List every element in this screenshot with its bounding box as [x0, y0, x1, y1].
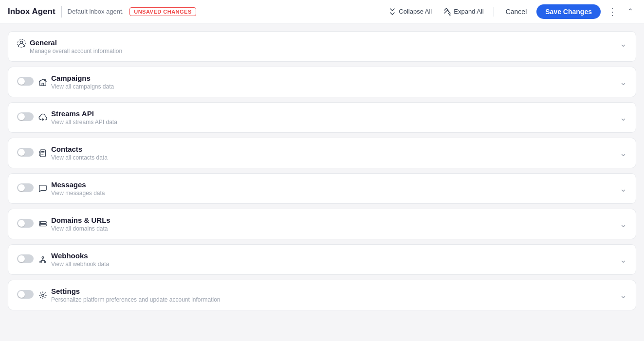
section-campaigns-header[interactable]: Campaigns View all campaigns data ⌄: [8, 67, 636, 97]
contacts-section-title: Contacts: [51, 145, 616, 153]
section-general-header[interactable]: General Manage overall account informati…: [8, 32, 636, 61]
general-section-subtitle: Manage overall account information: [30, 48, 616, 54]
section-streams-api-header[interactable]: Streams API View all streams API data ⌄: [8, 103, 636, 132]
campaigns-section-title: Campaigns: [51, 74, 616, 82]
contacts-toggle[interactable]: [17, 148, 34, 159]
domains-urls-section-subtitle: View all domains data: [51, 225, 616, 232]
settings-toggle[interactable]: [17, 290, 34, 301]
section-general: General Manage overall account informati…: [8, 31, 636, 62]
save-button[interactable]: Save Changes: [536, 4, 601, 19]
domains-icon: [38, 220, 47, 229]
campaigns-chevron-icon: ⌄: [620, 77, 627, 88]
section-campaigns: Campaigns View all campaigns data ⌄: [8, 67, 636, 97]
svg-point-11: [42, 294, 44, 296]
section-webhooks: Webhooks View all webhook data ⌄: [8, 244, 636, 275]
general-section-info: General Manage overall account informati…: [30, 38, 616, 54]
header-divider: [61, 6, 62, 18]
contacts-icon: [38, 149, 47, 158]
collapse-all-button[interactable]: Collapse All: [385, 6, 436, 18]
contacts-section-subtitle: View all contacts data: [51, 154, 616, 161]
messages-icon: [38, 184, 47, 193]
section-contacts-header[interactable]: Contacts View all contacts data ⌄: [8, 138, 636, 168]
streams-api-section-subtitle: View all streams API data: [51, 119, 616, 126]
contacts-chevron-icon: ⌄: [620, 148, 627, 159]
cloud-icon: [38, 113, 47, 122]
domains-urls-section-title: Domains & URLs: [51, 216, 616, 224]
domains-urls-toggle[interactable]: [17, 219, 34, 230]
section-webhooks-header[interactable]: Webhooks View all webhook data ⌄: [8, 245, 636, 274]
messages-section-title: Messages: [51, 180, 616, 189]
webhooks-section-title: Webhooks: [51, 251, 616, 260]
campaigns-toggle[interactable]: [17, 77, 34, 88]
webhooks-chevron-icon: ⌄: [620, 254, 627, 265]
webhooks-icon: [38, 255, 47, 264]
streams-api-chevron-icon: ⌄: [620, 112, 627, 123]
svg-point-6: [40, 222, 41, 223]
webhooks-section-subtitle: View all webhook data: [51, 261, 616, 268]
svg-rect-3: [40, 149, 46, 156]
settings-section-subtitle: Personalize platform preferences and upd…: [51, 296, 616, 303]
collapse-panel-button[interactable]: ⌃: [624, 5, 636, 18]
section-contacts: Contacts View all contacts data ⌄: [8, 138, 636, 168]
webhooks-toggle[interactable]: [17, 254, 34, 265]
section-domains-urls: Domains & URLs View all domains data ⌄: [8, 209, 636, 239]
webhooks-section-info: Webhooks View all webhook data: [51, 251, 616, 268]
app-header: Inbox Agent Default inbox agent. UNSAVED…: [0, 0, 644, 23]
streams-api-section-info: Streams API View all streams API data: [51, 109, 616, 126]
main-content: General Manage overall account informati…: [0, 23, 644, 318]
settings-chevron-icon: ⌄: [620, 290, 627, 301]
unsaved-badge: UNSAVED CHANGES: [129, 7, 196, 16]
streams-api-section-title: Streams API: [51, 109, 616, 118]
section-messages: Messages View messages data ⌄: [8, 173, 636, 204]
collapse-icon: [388, 8, 396, 16]
campaigns-section-info: Campaigns View all campaigns data: [51, 74, 616, 90]
section-messages-header[interactable]: Messages View messages data ⌄: [8, 174, 636, 203]
campaigns-section-subtitle: View all campaigns data: [51, 83, 616, 90]
messages-chevron-icon: ⌄: [620, 183, 627, 194]
messages-section-info: Messages View messages data: [51, 180, 616, 197]
svg-point-7: [40, 224, 41, 225]
header-subtitle: Default inbox agent.: [68, 8, 124, 15]
expand-all-button[interactable]: Expand All: [440, 6, 487, 18]
domains-urls-chevron-icon: ⌄: [620, 219, 627, 230]
section-settings: Settings Personalize platform preference…: [8, 280, 636, 310]
campaigns-icon: [38, 78, 47, 87]
svg-point-0: [20, 41, 22, 44]
header-actions: Collapse All Expand All Cancel Save Chan…: [385, 4, 636, 19]
app-title: Inbox Agent: [8, 7, 55, 17]
general-icon: [17, 38, 26, 48]
section-domains-urls-header[interactable]: Domains & URLs View all domains data ⌄: [8, 209, 636, 239]
section-streams-api: Streams API View all streams API data ⌄: [8, 102, 636, 133]
general-chevron-icon: ⌄: [620, 38, 627, 49]
general-section-title: General: [30, 38, 616, 47]
settings-icon: [38, 291, 47, 300]
expand-icon: [443, 8, 451, 16]
messages-toggle[interactable]: [17, 183, 34, 194]
contacts-section-info: Contacts View all contacts data: [51, 145, 616, 161]
more-options-button[interactable]: ⋮: [605, 5, 620, 18]
domains-urls-section-info: Domains & URLs View all domains data: [51, 216, 616, 232]
section-settings-header[interactable]: Settings Personalize platform preference…: [8, 280, 636, 310]
settings-section-info: Settings Personalize platform preference…: [51, 287, 616, 303]
settings-section-title: Settings: [51, 287, 616, 295]
cancel-button[interactable]: Cancel: [500, 5, 533, 18]
messages-section-subtitle: View messages data: [51, 190, 616, 197]
streams-api-toggle[interactable]: [17, 112, 34, 123]
header-separator: [494, 7, 494, 17]
